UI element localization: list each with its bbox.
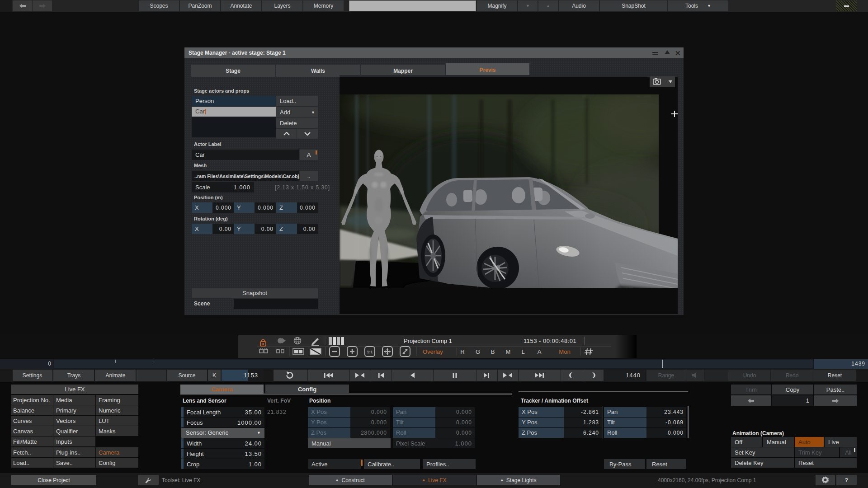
svg-text:1:1: 1:1	[367, 350, 373, 354]
